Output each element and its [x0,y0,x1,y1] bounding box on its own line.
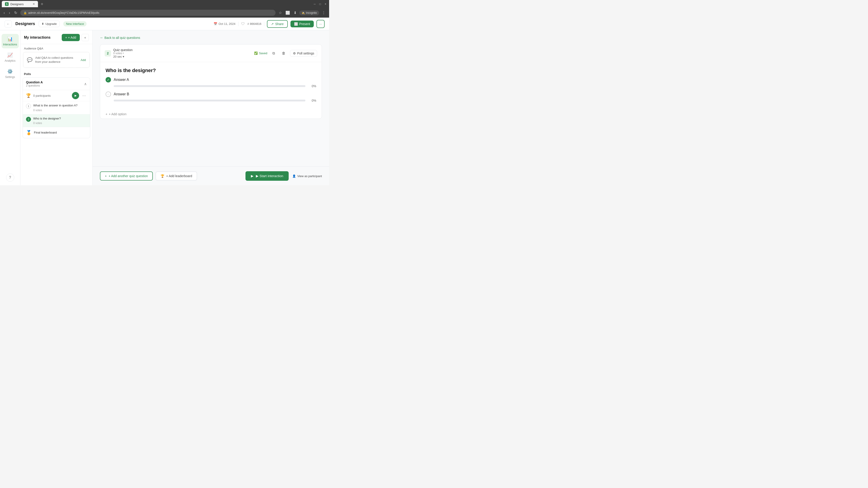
footer-left: + + Add another quiz question 🏆 + Add le… [100,171,197,181]
new-tab-button[interactable]: + [39,1,45,7]
back-to-quiz-link[interactable]: ← Back to all quiz questions [100,36,322,40]
duplicate-button[interactable]: ⧉ [270,50,277,57]
nav-bottom: ? [6,173,14,182]
trophy-icon: 🏆 [26,93,31,98]
app-title: Designers [16,22,35,26]
check-icon: ✅ [254,52,258,55]
play-icon: ▶ [74,94,76,97]
present-button[interactable]: ⬜ Present [290,21,314,27]
more-icon: ··· [319,22,322,26]
view-participant-button[interactable]: 👤 View as participant [292,174,322,178]
back-arrow-icon: ← [6,22,10,26]
gear-icon: ⚙ [293,52,296,55]
group-actions: ∧ [84,82,87,86]
add-quiz-question-button[interactable]: + + Add another quiz question [100,171,153,181]
play-button[interactable]: ▶ [72,92,79,99]
header-date: 📅 Oct 11, 2024 [214,22,235,26]
question-item-1[interactable]: 1 What is the answer in question A? 0 vo… [23,101,90,114]
answer-label-b: Answer B [114,92,129,96]
window-controls: ─ □ × [313,2,327,6]
tab-title: Designers [10,2,24,6]
qna-section: 💬 Add Q&A to collect questions from your… [23,52,90,68]
browser-tab[interactable]: S Designers × [2,1,38,7]
reload-button[interactable]: ↻ [13,10,18,16]
group-count: 2 questions [26,84,43,87]
more-options-button[interactable]: ··· [316,20,324,28]
incognito-indicator: 🕵 Incognito [299,10,319,15]
question-card: 2 Quiz question 0 votes • 20 sec ▾ [100,44,322,119]
analytics-icon: 📈 [7,53,13,58]
answer-header-b: ○ Answer B [105,92,316,97]
sidebar-item-interactions[interactable]: 📊 Interactions [2,34,19,48]
start-interaction-button[interactable]: ▶ ▶ Start interaction [246,171,289,181]
play-start-icon: ▶ [251,174,254,178]
leaderboard-item[interactable]: 🏅 Final leaderboard [23,127,90,138]
question-number-badge: 2 [105,50,111,57]
participant-count: 0 participants [33,94,70,97]
content-inner: ← Back to all quiz questions 2 Quiz ques… [93,30,329,166]
group-header[interactable]: Question A 2 questions ∧ [23,78,90,90]
sidebar-item-settings[interactable]: ⚙️ Settings [2,66,19,81]
download-icon[interactable]: ⬇ [293,10,298,16]
share-button[interactable]: ↗ Share [267,20,287,28]
app-back-button[interactable]: ← [4,20,12,28]
address-bar: ‹ › ↻ 🔒 admin.sli.do/event/8Goq3eqYCVaD6… [0,8,329,18]
leaderboard-add-icon: 🏆 [160,174,164,178]
back-link-text: Back to all quiz questions [104,36,140,39]
answer-check-a: ✓ [105,77,111,83]
answer-bar-a: 0% [105,84,316,88]
question-stats: 0 votes • 20 sec ▾ [113,52,133,58]
question-text-1: What is the answer in question A? [33,103,78,107]
add-interaction-button[interactable]: + + Add [62,34,80,41]
sidebar-item-analytics[interactable]: 📈 Analytics [2,50,19,65]
url-text: admin.sli.do/event/8Goq3eqYCVaD6c1SPMVoE… [28,11,99,14]
analytics-label: Analytics [4,59,16,62]
content-area: ← Back to all quiz questions 2 Quiz ques… [93,30,329,185]
answer-label-a: Answer A [114,78,129,82]
plus-option-icon: + [105,112,107,116]
add-leaderboard-button[interactable]: 🏆 + Add leaderboard [156,171,197,181]
close-window-button[interactable]: × [324,2,327,6]
nav-sidebar: 📊 Interactions 📈 Analytics ⚙️ Settings ? [0,30,20,185]
upgrade-button[interactable]: ⬆ Upgrade [39,21,60,27]
delete-button[interactable]: 🗑 [280,50,287,57]
chevron-up-icon: ∧ [84,82,87,86]
main-content: 📊 Interactions 📈 Analytics ⚙️ Settings ?… [0,30,329,185]
minimize-button[interactable]: ─ [313,2,316,6]
qna-add-button[interactable]: Add [81,58,86,62]
help-button[interactable]: ? [6,173,14,182]
menu-icon[interactable]: ⋮ [321,10,327,16]
poll-settings-button[interactable]: ⚙ Poll settings [290,50,317,57]
share-icon: ↗ [271,22,274,26]
leaderboard-label: Final leaderboard [34,131,57,134]
answers-section: ✓ Answer A 0% [100,73,322,109]
answer-pct-b: 0% [308,99,316,102]
app-header: ← Designers ⬆ Upgrade New interface 📅 Oc… [0,18,329,30]
question-number-1: 1 [26,104,31,109]
question-item-2[interactable]: 2 Who is the designer? 0 votes [23,114,90,127]
question-text-2: Who is the designer? [33,117,61,121]
question-more-button[interactable]: ⋯ [81,93,87,99]
forward-nav-button[interactable]: › [8,10,11,16]
qna-description: Add Q&A to collect questions from your a… [35,56,78,64]
shield-icon: 🛡 [241,22,245,26]
new-interface-badge[interactable]: New interface [63,21,87,26]
bookmark-icon[interactable]: ☆ [278,10,283,16]
time-dropdown[interactable]: 20 sec ▾ [113,55,133,58]
panel-title: My interactions [24,35,51,39]
card-actions: ✅ Saved ⧉ 🗑 ⚙ Poll settings [254,50,317,57]
question-badge: 2 Quiz question 0 votes • 20 sec ▾ [105,48,133,58]
question-group: Question A 2 questions ∧ 🏆 0 participant… [23,77,90,138]
question-type-label: Quiz question [113,48,133,52]
dropdown-arrow-icon: ▾ [123,55,124,58]
back-nav-button[interactable]: ‹ [3,10,6,16]
collapse-panel-button[interactable]: « [82,34,89,41]
maximize-button[interactable]: □ [318,2,322,6]
settings-icon: ⚙️ [7,69,13,74]
add-option-button[interactable]: + + Add option [100,109,322,119]
hash-icon: # [248,22,249,26]
interactions-panel: My interactions + + Add « Audience Q&A 💬… [20,30,93,185]
extensions-icon[interactable]: ⬜ [285,10,291,16]
url-bar[interactable]: 🔒 admin.sli.do/event/8Goq3eqYCVaD6c1SPMV… [20,10,276,16]
tab-close-button[interactable]: × [33,2,35,6]
